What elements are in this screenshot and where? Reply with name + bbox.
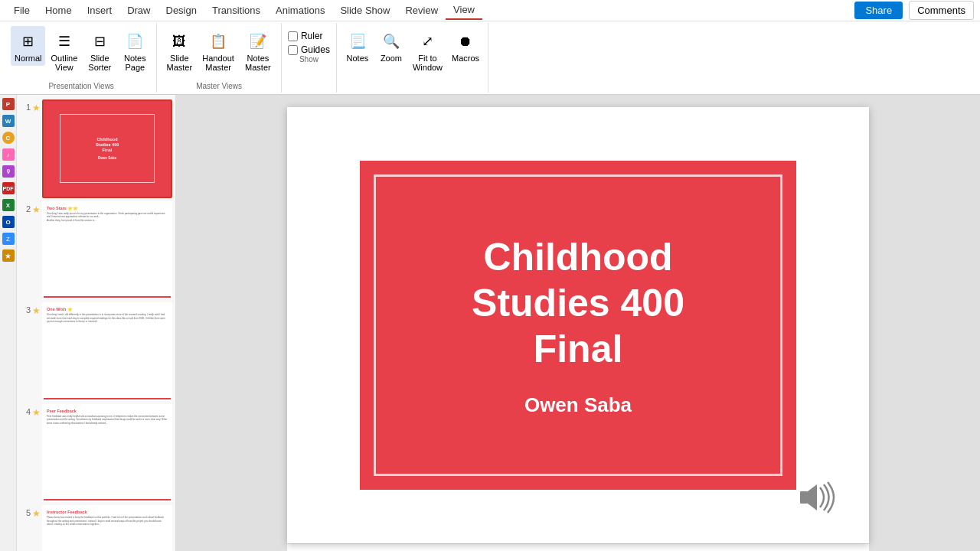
- menu-view[interactable]: View: [446, 1, 482, 20]
- guides-checkbox[interactable]: [288, 45, 298, 55]
- app-sidebar: P W C ♪ 🎙 PDF X O Z ★: [0, 95, 17, 551]
- slide-number-2: 2: [20, 201, 31, 214]
- slide-star-5: ★: [32, 505, 41, 519]
- notes-page-icon: 📄: [122, 29, 147, 54]
- normal-view-icon: ⊞: [16, 29, 41, 54]
- slide-title: ChildhoodStudies 400Final: [472, 234, 684, 372]
- svg-rect-0: [800, 491, 808, 504]
- slide-thumb-2[interactable]: Two Stars ⭐⭐ One thing I was really prou…: [42, 201, 172, 300]
- slide-star-2: ★: [32, 201, 41, 215]
- slide-thumb-1[interactable]: ChildhoodStudies 400Final Owen Saba: [42, 99, 172, 198]
- ribbon-btn-macros[interactable]: ⏺ Macros: [448, 26, 483, 66]
- app-icon-chrome[interactable]: C: [2, 132, 15, 144]
- ribbon-btn-slide-master[interactable]: 🖼 SlideMaster: [162, 26, 197, 75]
- macros-icon: ⏺: [453, 29, 478, 54]
- fit-to-window-icon: ⤢: [416, 29, 440, 54]
- app-icon-outlook[interactable]: O: [2, 216, 15, 228]
- slide-thumb-3[interactable]: One Wish ⭐ One thing I wish I did differ…: [42, 302, 172, 401]
- menu-bar: File Home Insert Draw Design Transitions…: [6, 1, 482, 20]
- menu-draw[interactable]: Draw: [119, 2, 158, 19]
- thumb-1-title: ChildhoodStudies 400Final: [96, 137, 119, 153]
- ribbon-presentation-views: ⊞ Normal ☰ OutlineView ⊟ SlideSorter 📄 N…: [6, 23, 157, 93]
- ribbon-btn-notes[interactable]: 📃 Notes: [341, 26, 374, 66]
- ribbon-actions: 📃 Notes 🔍 Zoom ⤢ Fit toWindow ⏺ Macros ​: [337, 23, 488, 93]
- slides-panel: 1 ★ ChildhoodStudies 400Final Owen Saba …: [17, 95, 176, 551]
- slide-canvas[interactable]: ChildhoodStudies 400Final Owen Saba: [287, 107, 869, 543]
- slide-star-3: ★: [32, 302, 41, 316]
- thumb-1-author: Owen Saba: [98, 156, 116, 160]
- canvas-area: ChildhoodStudies 400Final Owen Saba Clic…: [176, 95, 980, 551]
- ruler-checkbox-label[interactable]: Ruler: [288, 31, 330, 41]
- app-icon-w[interactable]: W: [2, 115, 15, 127]
- slide-item-3[interactable]: 3 ★ One Wish ⭐ One thing I wish I did di…: [20, 302, 172, 401]
- slide-main-border: ChildhoodStudies 400Final Owen Saba: [374, 174, 782, 476]
- slide-star-4: ★: [32, 404, 41, 418]
- ruler-checkbox[interactable]: [288, 31, 298, 41]
- notes-master-icon: 📝: [246, 29, 270, 54]
- app-icon-excel[interactable]: X: [2, 199, 15, 211]
- app-icon-ppt[interactable]: P: [2, 98, 15, 110]
- menu-transitions[interactable]: Transitions: [204, 2, 268, 19]
- menu-insert[interactable]: Insert: [80, 2, 120, 19]
- zoom-icon: 🔍: [379, 29, 403, 54]
- ribbon-btn-normal[interactable]: ⊞ Normal: [11, 26, 45, 66]
- volume-icon[interactable]: [799, 481, 841, 516]
- app-icon-zoom[interactable]: Z: [2, 233, 15, 245]
- svg-marker-1: [808, 484, 817, 510]
- show-group-label: Show: [288, 55, 330, 66]
- outline-view-icon: ☰: [52, 29, 77, 54]
- slide-item-5[interactable]: 5 ★ Instructor Feedback Please know how …: [20, 505, 172, 551]
- notes-bar[interactable]: Click to add notes: [287, 543, 869, 551]
- menu-review[interactable]: Review: [397, 2, 446, 19]
- ribbon-btn-notes-master[interactable]: 📝 NotesMaster: [240, 26, 276, 75]
- menu-animations[interactable]: Animations: [268, 2, 332, 19]
- slide-master-icon: 🖼: [167, 29, 191, 54]
- ribbon-btn-outline-view[interactable]: ☰ OutlineView: [47, 26, 81, 75]
- actions-group-label: ​: [341, 82, 483, 93]
- app-icon-star[interactable]: ★: [2, 249, 15, 262]
- slide-author: Owen Saba: [524, 393, 632, 417]
- master-views-label: Master Views: [162, 82, 276, 93]
- menu-design[interactable]: Design: [158, 2, 204, 19]
- slide-sorter-icon: ⊟: [87, 29, 112, 54]
- guides-checkbox-label[interactable]: Guides: [288, 44, 330, 55]
- ribbon-btn-zoom[interactable]: 🔍 Zoom: [375, 26, 407, 66]
- slide-number-5: 5: [20, 505, 31, 517]
- slide-item-2[interactable]: 2 ★ Two Stars ⭐⭐ One thing I was really …: [20, 201, 172, 300]
- slide-main-bg: ChildhoodStudies 400Final Owen Saba: [360, 161, 796, 490]
- app-icon-podcast[interactable]: 🎙: [2, 165, 15, 178]
- slide-number-1: 1: [20, 99, 31, 112]
- slide-thumb-4[interactable]: Peer Feedback Peer feedback was really h…: [42, 404, 172, 503]
- menu-slideshow[interactable]: Slide Show: [332, 2, 397, 19]
- share-button[interactable]: Share: [854, 2, 903, 19]
- notes-icon: 📃: [345, 29, 370, 54]
- slide-thumb-5[interactable]: Instructor Feedback Please know how invi…: [42, 505, 172, 551]
- slide-number-4: 4: [20, 404, 31, 416]
- slide-number-3: 3: [20, 302, 31, 315]
- ribbon-master-views: 🖼 SlideMaster 📋 HandoutMaster 📝 NotesMas…: [157, 23, 282, 93]
- ribbon-btn-notes-page[interactable]: 📄 NotesPage: [118, 26, 152, 75]
- handout-master-icon: 📋: [206, 29, 230, 54]
- ribbon-btn-handout-master[interactable]: 📋 HandoutMaster: [198, 26, 238, 75]
- menu-file[interactable]: File: [6, 2, 38, 19]
- menu-home[interactable]: Home: [38, 2, 80, 19]
- slide-star-1: ★: [32, 99, 41, 113]
- app-icon-music[interactable]: ♪: [2, 148, 15, 161]
- presentation-views-label: Presentation Views: [11, 82, 152, 93]
- ribbon-btn-fit-to-window[interactable]: ⤢ Fit toWindow: [409, 26, 446, 75]
- app-icon-pdf[interactable]: PDF: [2, 182, 15, 194]
- slide-item-1[interactable]: 1 ★ ChildhoodStudies 400Final Owen Saba: [20, 99, 172, 198]
- ribbon-show: Ruler Guides Show: [282, 23, 337, 93]
- ribbon-btn-slide-sorter[interactable]: ⊟ SlideSorter: [83, 26, 116, 75]
- slide-item-4[interactable]: 4 ★ Peer Feedback Peer feedback was real…: [20, 404, 172, 503]
- comments-button[interactable]: Comments: [909, 1, 974, 20]
